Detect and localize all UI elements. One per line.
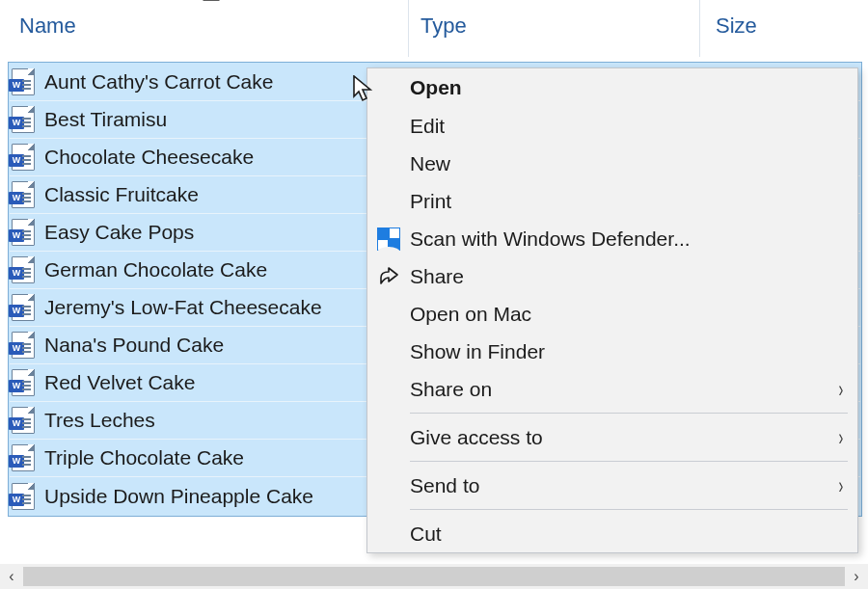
menu-separator [410, 461, 848, 462]
menu-separator [410, 509, 848, 510]
word-document-icon: W [12, 483, 35, 510]
column-header-name[interactable]: Name [0, 0, 409, 57]
word-document-icon: W [12, 407, 35, 434]
sort-ascending-icon [203, 0, 220, 1]
file-name: Tres Leches [44, 409, 155, 432]
menu-item-label: Edit [410, 115, 857, 138]
word-document-icon: W [12, 294, 35, 321]
menu-item-cut[interactable]: Cut [367, 515, 857, 552]
column-header-name-label: Name [19, 13, 76, 39]
menu-item-open[interactable]: Open [367, 68, 857, 107]
word-document-icon: W [12, 181, 35, 208]
menu-item-share[interactable]: Share [367, 257, 857, 295]
column-header-type[interactable]: Type [409, 0, 700, 57]
file-name: Jeremy's Low-Fat Cheesecake [44, 296, 322, 319]
menu-item-give-access-to[interactable]: Give access to › [367, 418, 857, 456]
file-name: Red Velvet Cake [44, 371, 195, 394]
word-document-icon: W [12, 144, 35, 171]
scrollbar-thumb[interactable] [23, 567, 845, 586]
menu-item-edit[interactable]: Edit [367, 107, 857, 145]
menu-item-label: Share on [410, 378, 825, 401]
menu-item-label: Scan with Windows Defender... [410, 228, 857, 251]
word-document-icon: W [12, 219, 35, 246]
menu-item-scan-defender[interactable]: Scan with Windows Defender... [367, 220, 857, 257]
submenu-arrow-icon: › [831, 424, 851, 451]
menu-item-label: Share [410, 265, 857, 288]
word-document-icon: W [12, 106, 35, 133]
file-name: Upside Down Pineapple Cake [44, 485, 313, 508]
menu-item-label: Open [410, 76, 857, 99]
scrollbar-track[interactable] [23, 564, 845, 589]
share-arrow-icon [367, 266, 410, 287]
file-name: Aunt Cathy's Carrot Cake [44, 70, 273, 94]
menu-item-label: Show in Finder [410, 340, 857, 363]
windows-defender-shield-icon [367, 228, 410, 251]
menu-separator [410, 413, 848, 414]
word-document-icon: W [12, 444, 35, 471]
word-document-icon: W [12, 369, 35, 396]
scroll-right-button[interactable]: › [845, 564, 868, 589]
context-menu: Open Edit New Print Scan with Windows De… [366, 67, 858, 553]
menu-item-print[interactable]: Print [367, 182, 857, 220]
file-name: Triple Chocolate Cake [44, 446, 244, 469]
menu-item-share-on[interactable]: Share on › [367, 370, 857, 408]
submenu-arrow-icon: › [831, 376, 851, 403]
column-header-row: Name Type Size [0, 0, 868, 58]
menu-item-send-to[interactable]: Send to › [367, 467, 857, 504]
menu-item-open-on-mac[interactable]: Open on Mac [367, 295, 857, 333]
file-name: Nana's Pound Cake [44, 334, 224, 357]
menu-item-label: Give access to [410, 426, 825, 449]
chevron-right-icon: › [854, 568, 858, 585]
scroll-left-button[interactable]: ‹ [0, 564, 23, 589]
file-name: Easy Cake Pops [44, 221, 194, 244]
column-header-type-label: Type [420, 13, 467, 39]
file-name: Chocolate Cheesecake [44, 146, 254, 169]
menu-item-show-in-finder[interactable]: Show in Finder [367, 333, 857, 370]
file-name: German Chocolate Cake [44, 258, 267, 281]
submenu-arrow-icon: › [831, 472, 851, 499]
menu-item-label: Cut [410, 522, 857, 546]
file-explorer-details-view: { "columns": { "name": "Name", "type": "… [0, 0, 868, 589]
file-name: Best Tiramisu [44, 108, 167, 131]
column-header-size-label: Size [716, 13, 757, 39]
column-header-size[interactable]: Size [700, 0, 868, 57]
menu-item-new[interactable]: New [367, 145, 857, 182]
menu-item-label: Print [410, 190, 857, 213]
word-document-icon: W [12, 68, 35, 95]
chevron-left-icon: ‹ [9, 568, 14, 585]
horizontal-scrollbar[interactable]: ‹ › [0, 564, 868, 589]
menu-item-label: New [410, 152, 857, 175]
menu-item-label: Open on Mac [410, 303, 857, 326]
menu-item-label: Send to [410, 474, 825, 497]
word-document-icon: W [12, 332, 35, 359]
file-name: Classic Fruitcake [44, 183, 199, 206]
word-document-icon: W [12, 256, 35, 283]
